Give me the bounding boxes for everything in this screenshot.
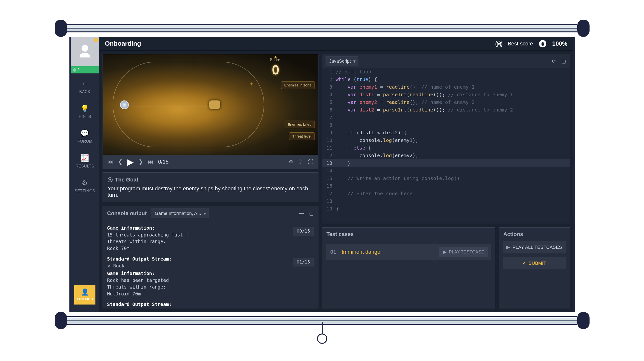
code-line[interactable]: 6 var dist2 = parseInt(readline()); // d…	[322, 106, 570, 114]
nav-back[interactable]: ← BACK	[71, 74, 99, 98]
sidebar: 1 ← BACK 💡 HINTS 💬 FORUM 📈 RESULTS	[71, 37, 99, 312]
console-output[interactable]: 00/15Game information:15 threats approac…	[103, 221, 318, 308]
console-line: Rock has been targeted	[107, 277, 314, 284]
settings-icon[interactable]: ⚙	[288, 159, 294, 165]
code-text: console.log(enemy1);	[336, 137, 570, 144]
code-line[interactable]: 1// game loop	[322, 68, 570, 76]
share-icon[interactable]: ⤴	[299, 159, 302, 165]
hud-chip-threat: Threat level	[289, 132, 314, 140]
code-line[interactable]: 9 if (dist1 < dist2) {	[322, 129, 570, 137]
code-line[interactable]: 8	[322, 121, 570, 129]
play-testcase-button[interactable]: ▶ PLAY TESTCASE	[440, 247, 488, 257]
code-line[interactable]: 13 }	[322, 159, 570, 167]
friends-label: FRIENDS	[77, 297, 93, 301]
code-area[interactable]: 1// game loop2while (true) {3 var enemy1…	[322, 68, 570, 224]
console-filter-select[interactable]: Game information, A...	[151, 208, 209, 218]
code-text: while (true) {	[336, 76, 570, 83]
hud-score-label: Score:	[270, 58, 281, 62]
nav-settings[interactable]: ⚙ SETTINGS	[71, 172, 99, 197]
player-ship	[120, 100, 129, 109]
check-icon: ✔	[522, 260, 526, 266]
console-title: Console output	[107, 210, 147, 217]
line-number: 4	[322, 91, 336, 99]
page-title: Onboarding	[105, 40, 141, 47]
best-score-label: Best score	[508, 41, 533, 47]
pull-ring[interactable]	[317, 333, 327, 344]
code-text	[336, 182, 570, 190]
frame-rail	[67, 24, 577, 33]
play-testcase-label: PLAY TESTCASE	[449, 249, 484, 255]
testcase-name: Imminent danger	[342, 249, 436, 255]
code-line[interactable]: 3 var enemy1 = readline(); // name of en…	[322, 83, 570, 91]
gear-icon: ⚙	[71, 179, 99, 187]
refresh-icon[interactable]: ⟳	[552, 58, 556, 64]
code-line[interactable]: 11 } else {	[322, 144, 570, 152]
console-turn: 00/15Game information:15 threats approac…	[107, 225, 314, 252]
fullscreen-icon[interactable]: ⛶	[308, 159, 313, 165]
nav-forum[interactable]: 💬 FORUM	[71, 123, 99, 148]
code-line[interactable]: 14	[322, 167, 570, 175]
step-forward-button[interactable]: ❯	[138, 159, 143, 165]
play-button[interactable]: ▶	[127, 157, 134, 167]
language-select[interactable]: JavaScript	[326, 56, 359, 66]
code-line[interactable]: 12 console.log(enemy2);	[322, 152, 570, 159]
line-number: 12	[322, 152, 336, 159]
code-text: var dist2 = parseInt(readline()); // dis…	[336, 106, 570, 114]
user-icon	[77, 44, 93, 60]
console-block-header: Standard Output Stream:	[107, 301, 314, 308]
code-line[interactable]: 5 var enemy2 = readline(); // name of en…	[322, 99, 570, 106]
minimize-icon[interactable]: —	[299, 210, 304, 216]
submit-button[interactable]: ✔ SUBMIT	[503, 257, 566, 269]
line-number: 11	[322, 144, 336, 152]
code-line[interactable]: 15 // Write an action using console.log(…	[322, 175, 570, 182]
star-icon: ★	[250, 81, 254, 87]
frame-cap	[55, 312, 67, 329]
maximize-icon[interactable]: ▢	[309, 210, 314, 216]
line-number: 1	[322, 68, 336, 76]
code-text: var dist1 = parseInt(readline()); // dis…	[336, 91, 570, 99]
frame-cap	[577, 20, 590, 37]
code-line[interactable]: 16	[322, 182, 570, 190]
nav-label: RESULTS	[76, 164, 94, 168]
rewind-button[interactable]: ⏮	[108, 159, 113, 165]
code-line[interactable]: 7	[322, 114, 570, 121]
hud-score: Score: 0	[270, 58, 281, 77]
code-line[interactable]: 10 console.log(enemy1);	[322, 137, 570, 144]
code-line[interactable]: 4 var dist1 = parseInt(readline()); // d…	[322, 91, 570, 99]
code-line[interactable]: 17 // Enter the code here	[322, 190, 570, 197]
line-number: 16	[322, 182, 336, 190]
console-turn: Standard Output Stream:> HotDroid	[107, 301, 314, 308]
friends-button[interactable]: 👤 FRIENDS	[74, 285, 96, 304]
level-value: 1	[78, 67, 80, 73]
expand-icon[interactable]: ▢	[562, 58, 566, 64]
level-bar: 1	[71, 66, 99, 74]
goal-title: The Goal	[115, 177, 138, 183]
code-text: // game loop	[336, 68, 570, 76]
play-all-button[interactable]: ▶ PLAY ALL TESTCASES	[503, 241, 566, 253]
code-text: // Write an action using console.log()	[336, 175, 570, 182]
game-viewport[interactable]: ★ ★ Score: 0 Enemies in zone Enemies kil…	[103, 54, 318, 155]
code-line[interactable]: 18	[322, 197, 570, 205]
code-line[interactable]: 2while (true) {	[322, 76, 570, 83]
console-line: 15 threats approaching fast !	[107, 232, 314, 238]
testcases-title: Test cases	[322, 228, 495, 241]
nav-label: BACK	[79, 90, 90, 94]
lightbulb-icon: 💡	[71, 104, 99, 113]
nav-hints[interactable]: 💡 HINTS	[71, 98, 99, 123]
nav-results[interactable]: 📈 RESULTS	[71, 148, 99, 172]
code-text: // Enter the code here	[336, 190, 570, 197]
turn-badge: 01/15	[293, 258, 314, 266]
console-block-header: Standard Output Stream:	[107, 256, 314, 262]
visualizer-controls: ⏮ ❮ ▶ ❯ ⏭ 0/15 ⚙ ⤴ ⛶	[103, 155, 318, 169]
avatar[interactable]	[71, 37, 99, 66]
broadcast-icon[interactable]: ((•))	[495, 40, 502, 48]
hud-chip-enemies-killed: Enemies killed	[284, 121, 315, 128]
fast-forward-button[interactable]: ⏭	[148, 159, 153, 165]
step-back-button[interactable]: ❮	[118, 159, 122, 165]
code-text: }	[336, 205, 570, 213]
friends-icon: 👤	[81, 288, 89, 296]
notification-badge-icon	[94, 38, 98, 42]
code-editor: JavaScript ⟳ ▢ 1// game loop2while (true…	[322, 54, 570, 224]
code-line[interactable]: 19}	[322, 205, 570, 213]
code-text: var enemy1 = readline(); // name of enem…	[336, 83, 570, 91]
